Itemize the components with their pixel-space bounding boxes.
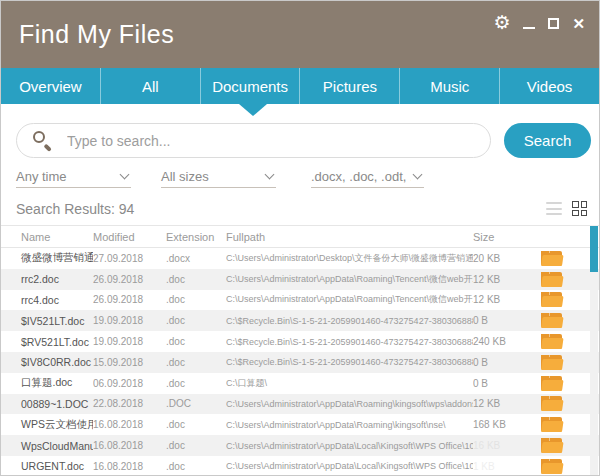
table-row[interactable]: 口算题.doc06.09.2018.docC:\口算题\0 B <box>1 373 600 394</box>
table-row[interactable]: $IV521LT.doc19.09.2018.docC:\$Recycle.Bi… <box>1 310 600 331</box>
titlebar: Find My Files ⚙ ✕ <box>1 1 599 68</box>
table-row[interactable]: $RV521LT.doc19.09.2018.docC:\$Recycle.Bi… <box>1 331 600 352</box>
tab-music[interactable]: Music <box>400 68 500 104</box>
results-table: Name Modified Extension Fullpath Size 微盛… <box>1 225 600 476</box>
fullpath-cell: C:\$Recycle.Bin\S-1-5-21-2059901460-4732… <box>226 337 473 347</box>
modified-date-cell: 26.09.2018 <box>93 294 166 305</box>
chevron-down-icon <box>413 170 423 180</box>
folder-icon-cell <box>531 396 571 411</box>
grid-view-icon[interactable] <box>572 201 587 216</box>
minimize-icon[interactable] <box>523 27 535 29</box>
modified-date-cell: 15.09.2018 <box>93 357 166 368</box>
folder-icon[interactable] <box>541 272 562 287</box>
tab-overview[interactable]: Overview <box>1 68 101 104</box>
fullpath-cell: C:\Users\Administrator\Desktop\文件备份大师\微盛… <box>226 252 473 265</box>
extension-cell: .DOC <box>166 398 226 409</box>
results-label: Search Results: <box>16 201 115 217</box>
table-header-row: Name Modified Extension Fullpath Size <box>1 225 600 248</box>
results-header: Search Results: 94 <box>1 199 599 221</box>
scrollbar-track[interactable] <box>590 225 598 476</box>
table-row[interactable]: WPS云文档使用简...16.08.2018.docC:\Users\Admin… <box>1 414 600 435</box>
size-cell: 0 B <box>473 315 531 326</box>
search-icon <box>33 131 53 151</box>
size-filter-dropdown[interactable]: All sizes <box>161 166 276 188</box>
folder-icon[interactable] <box>541 334 562 349</box>
folder-icon[interactable] <box>541 251 562 266</box>
maximize-icon[interactable] <box>548 18 559 29</box>
settings-gear-icon[interactable]: ⚙ <box>493 13 510 32</box>
table-row[interactable]: rrc2.doc26.09.2018.docC:\Users\Administr… <box>1 269 600 290</box>
folder-icon-cell <box>531 417 571 432</box>
extension-cell: .doc <box>166 357 226 368</box>
file-name-cell: $RV521LT.doc <box>1 336 93 348</box>
file-name-cell: WPS云文档使用简... <box>1 418 93 432</box>
filetype-filter-dropdown[interactable]: .docx, .doc, .odt, .r <box>311 166 424 188</box>
modified-date-cell: 06.09.2018 <box>93 378 166 389</box>
app-window: Find My Files ⚙ ✕ Overview All Documents… <box>0 0 600 476</box>
folder-icon[interactable] <box>541 376 562 391</box>
table-row[interactable]: URGENT.doc16.08.2018.docC:\Users\Adminis… <box>1 456 600 476</box>
table-row[interactable]: WpsCloudManuals...16.08.2018.docC:\Users… <box>1 435 600 456</box>
tab-bar: Overview All Documents Pictures Music Vi… <box>1 68 599 104</box>
file-name-cell: 微盛微博营销通用... <box>1 251 93 265</box>
column-header-extension[interactable]: Extension <box>166 231 226 243</box>
file-name-cell: 00889~1.DOC <box>1 398 93 410</box>
table-row[interactable]: 微盛微博营销通用...27.09.2018.docxC:\Users\Admin… <box>1 248 600 269</box>
folder-icon-cell <box>531 292 571 307</box>
folder-icon[interactable] <box>541 355 562 370</box>
search-box[interactable] <box>16 123 491 158</box>
table-row[interactable]: 00889~1.DOC22.08.2018.DOCC:\Users\Admini… <box>1 394 600 415</box>
column-header-fullpath[interactable]: Fullpath <box>226 231 473 243</box>
folder-icon[interactable] <box>541 313 562 328</box>
size-cell: 20 KB <box>473 253 531 264</box>
fullpath-cell: C:\Users\Administrator\AppData\Roaming\T… <box>226 273 473 286</box>
tab-documents[interactable]: Documents <box>201 68 301 104</box>
chevron-down-icon <box>265 170 275 180</box>
table-row[interactable]: rrc4.doc26.09.2018.docC:\Users\Administr… <box>1 290 600 311</box>
search-input[interactable] <box>67 133 490 149</box>
fullpath-cell: C:\Users\Administrator\AppData\Local\Kin… <box>226 461 473 471</box>
extension-cell: .docx <box>166 253 226 264</box>
view-toggles <box>546 201 587 216</box>
modified-date-cell: 16.08.2018 <box>93 461 166 472</box>
extension-cell: .doc <box>166 419 226 430</box>
table-row[interactable]: $IV8C0RR.doc15.09.2018.docC:\$Recycle.Bi… <box>1 352 600 373</box>
modified-date-cell: 22.08.2018 <box>93 398 166 409</box>
tab-pictures[interactable]: Pictures <box>300 68 400 104</box>
folder-icon-cell <box>531 438 571 453</box>
app-title: Find My Files <box>19 20 174 49</box>
size-cell: 16 KB <box>473 440 531 451</box>
folder-icon[interactable] <box>541 396 562 411</box>
folder-icon-cell <box>531 376 571 391</box>
size-cell: 0 B <box>473 378 531 389</box>
folder-icon-cell <box>531 251 571 266</box>
filter-bar: Any time All sizes .docx, .doc, .odt, .r <box>1 166 599 190</box>
size-cell: 12 KB <box>473 274 531 285</box>
column-header-modified[interactable]: Modified <box>93 231 166 243</box>
size-cell: 12 KB <box>473 294 531 305</box>
fullpath-cell: C:\口算题\ <box>226 377 473 390</box>
time-filter-dropdown[interactable]: Any time <box>16 166 131 188</box>
folder-icon-cell <box>531 272 571 287</box>
extension-cell: .doc <box>166 315 226 326</box>
tab-videos[interactable]: Videos <box>500 68 599 104</box>
folder-icon[interactable] <box>541 292 562 307</box>
extension-cell: .doc <box>166 274 226 285</box>
tab-all[interactable]: All <box>101 68 201 104</box>
scrollbar-thumb[interactable] <box>590 226 598 272</box>
modified-date-cell: 27.09.2018 <box>93 253 166 264</box>
column-header-name[interactable]: Name <box>1 231 93 243</box>
size-cell: 12 KB <box>473 398 531 409</box>
folder-icon-cell <box>531 334 571 349</box>
folder-icon[interactable] <box>541 417 562 432</box>
extension-cell: .doc <box>166 378 226 389</box>
results-count: 94 <box>119 201 135 217</box>
search-button[interactable]: Search <box>504 123 591 158</box>
close-icon[interactable]: ✕ <box>572 16 585 31</box>
table-body: 微盛微博营销通用...27.09.2018.docxC:\Users\Admin… <box>1 248 600 476</box>
list-view-icon[interactable] <box>546 202 562 215</box>
folder-icon[interactable] <box>541 438 562 453</box>
fullpath-cell: C:\$Recycle.Bin\S-1-5-21-2059901460-4732… <box>226 357 473 367</box>
column-header-size[interactable]: Size <box>473 231 531 243</box>
folder-icon[interactable] <box>541 459 562 474</box>
